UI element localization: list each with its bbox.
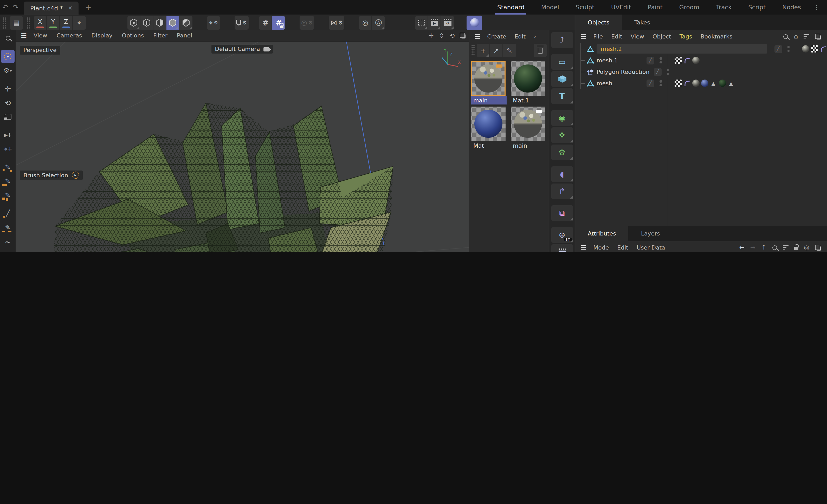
field-object-button[interactable]: ◖: [551, 166, 573, 182]
visibility-dots[interactable]: [660, 80, 662, 86]
new-material-button[interactable]: [467, 15, 482, 30]
object-name[interactable]: mesh.2: [596, 44, 767, 54]
parent-up-icon[interactable]: ↑: [761, 244, 766, 251]
add-material-button[interactable]: +: [477, 44, 490, 57]
search-icon[interactable]: [784, 34, 788, 39]
lock-icon[interactable]: [794, 247, 798, 250]
scale-tool-button[interactable]: [1, 110, 14, 123]
layout-standard[interactable]: Standard: [489, 0, 533, 14]
uvw-tag[interactable]: [811, 45, 818, 52]
material-tag[interactable]: [692, 57, 699, 64]
attributes-menu-edit[interactable]: Edit: [614, 244, 632, 251]
auto-hexagon-button[interactable]: Ⓐ: [372, 16, 385, 30]
material-tag[interactable]: [701, 80, 708, 87]
text-object-button[interactable]: T: [551, 88, 573, 104]
track-icon[interactable]: ◎: [804, 244, 809, 251]
points-mode-button[interactable]: [128, 16, 140, 30]
render-settings-button[interactable]: ⚙: [441, 16, 454, 30]
objects-menu-view[interactable]: View: [627, 33, 648, 40]
stage-object-button[interactable]: [551, 244, 573, 252]
tab-layers[interactable]: Layers: [629, 225, 673, 241]
edges-mode-button[interactable]: [140, 16, 153, 30]
edit-toggle-icon[interactable]: ╱: [653, 68, 661, 75]
camera-label[interactable]: Default Camera: [211, 45, 273, 54]
generator-button[interactable]: ◉: [551, 110, 573, 126]
object-name[interactable]: mesh.1: [596, 57, 646, 64]
layout-uvedit[interactable]: UVEdit: [603, 0, 639, 14]
layout-groom[interactable]: Groom: [671, 0, 708, 14]
toolbar-drag-handle[interactable]: [27, 17, 30, 28]
transfer-tool-button[interactable]: ▶✛: [1, 129, 14, 141]
assign-material-button[interactable]: ↗: [490, 44, 503, 57]
axis-lock-y-button[interactable]: Y: [47, 16, 60, 30]
toolbar-drag-handle[interactable]: [3, 17, 6, 28]
objects-menu-tags[interactable]: Tags: [676, 33, 696, 40]
grid-lock-button[interactable]: #: [272, 16, 285, 30]
selection-tag[interactable]: ▲: [727, 80, 735, 87]
grid-button[interactable]: #: [259, 16, 272, 30]
uvw-tag[interactable]: [674, 57, 682, 64]
filter-icon[interactable]: [783, 245, 788, 250]
material-name[interactable]: Mat.1: [511, 96, 546, 104]
visibility-dots[interactable]: [787, 46, 789, 52]
content-browser-button[interactable]: ▤: [10, 16, 23, 30]
viewport-menu-panel[interactable]: Panel: [172, 32, 197, 39]
attributes-menu-icon[interactable]: ☰: [580, 244, 586, 251]
visibility-dots[interactable]: [660, 57, 662, 63]
sketch-tool-button[interactable]: ~: [1, 235, 14, 248]
edit-toggle-icon[interactable]: ╱: [774, 45, 782, 53]
popout-icon[interactable]: [815, 34, 821, 39]
primitive-cube-button[interactable]: [551, 71, 573, 87]
knife-tool-button[interactable]: ╱: [1, 207, 14, 220]
brush-selection-tool-button[interactable]: ▸: [1, 50, 14, 63]
redo-icon[interactable]: ↷: [10, 3, 21, 11]
tab-takes[interactable]: Takes: [622, 14, 663, 30]
deformer-button[interactable]: ⚙: [551, 145, 573, 160]
undo-icon[interactable]: ↶: [0, 3, 10, 11]
rings-button[interactable]: ◎: [359, 16, 372, 30]
symmetry-button[interactable]: ⋈⚙: [329, 16, 345, 30]
viewport-menu-display[interactable]: Display: [87, 32, 117, 39]
objects-menu-bookmarks[interactable]: Bookmarks: [697, 33, 736, 40]
layout-model[interactable]: Model: [533, 0, 568, 14]
material-name[interactable]: main: [511, 141, 546, 150]
rotate-view-icon[interactable]: ⟲: [449, 32, 454, 39]
phong-tag[interactable]: [683, 80, 690, 87]
attributes-menu-mode[interactable]: Mode: [590, 244, 613, 251]
sky-object-button[interactable]: ⊕ST: [551, 227, 573, 243]
document-tab[interactable]: Plant.c4d * ✕: [24, 2, 79, 14]
volume-builder-button[interactable]: ❖: [551, 128, 573, 143]
spline-pen-tool-button[interactable]: ✎: [1, 161, 14, 173]
tool-settings-button[interactable]: ⚙▸: [1, 64, 14, 77]
axis-modify-tool-button[interactable]: ❖✛: [1, 142, 14, 155]
axis-lock-z-button[interactable]: Z: [60, 16, 73, 30]
polygons-mode-button[interactable]: [153, 16, 166, 30]
move-tool-button[interactable]: ✛: [1, 82, 14, 95]
viewport-menu-view[interactable]: View: [29, 32, 52, 39]
materials-drag-handle[interactable]: [471, 45, 475, 56]
spline-primitive-button[interactable]: ▭: [551, 54, 573, 70]
material-item[interactable]: main: [511, 107, 546, 150]
tree-row-mesh1[interactable]: mesh.1 ╱: [575, 55, 827, 66]
spline-chamfer-tool-button[interactable]: ✎: [1, 189, 14, 202]
find-tool-button[interactable]: [1, 32, 14, 45]
attributes-menu-userdata[interactable]: User Data: [633, 244, 669, 251]
pan-view-icon[interactable]: ✛: [429, 32, 434, 39]
zoom-view-icon[interactable]: ⇕: [439, 32, 444, 39]
pick-material-button[interactable]: ✎: [503, 44, 516, 57]
workplane-button[interactable]: ⌖⚙: [207, 16, 220, 30]
viewport-menu-filter[interactable]: Filter: [148, 32, 172, 39]
layout-track[interactable]: Track: [708, 0, 740, 14]
objects-menu-edit[interactable]: Edit: [607, 33, 626, 40]
material-name[interactable]: Mat: [471, 141, 506, 150]
home-icon[interactable]: ⌂: [794, 33, 798, 40]
phong-tag[interactable]: [820, 45, 827, 52]
object-name[interactable]: Polygon Reduction: [596, 68, 649, 75]
uvw-tag[interactable]: [674, 80, 682, 87]
materials-menu-more-icon[interactable]: ›: [530, 33, 540, 40]
axis-lock-x-button[interactable]: X: [34, 16, 47, 30]
new-tab-button[interactable]: +: [85, 3, 92, 12]
objects-menu-icon[interactable]: ☰: [580, 33, 586, 40]
material-item[interactable]: Mat.1: [511, 61, 546, 104]
phong-tag[interactable]: [683, 57, 690, 64]
